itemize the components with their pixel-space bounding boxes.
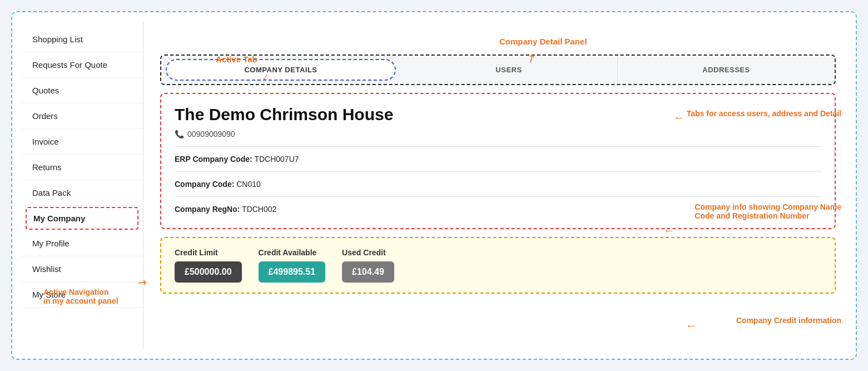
main-content: Active Tab ↓ Company Detail Panel ↙ Tabs…: [143, 21, 847, 350]
annotation-tabs-for-access: Tabs for access users, address and Detai…: [687, 109, 841, 118]
outer-container: Shopping List Requests For Quote Quotes …: [11, 11, 857, 360]
phone-icon: 📞: [175, 130, 184, 138]
arrow-company-info: ←: [663, 224, 674, 237]
sidebar-item-requests-for-quote[interactable]: Requests For Quote: [21, 52, 143, 78]
credit-limit-value: £500000.00: [175, 261, 242, 283]
used-credit-block: Used Credit £104.49: [342, 248, 394, 283]
credit-available-value: £499895.51: [259, 261, 326, 283]
sidebar-item-orders[interactable]: Orders: [21, 103, 143, 129]
credit-panel: Credit Limit £500000.00 Credit Available…: [160, 237, 836, 294]
company-phone: 📞 00909009090: [175, 130, 821, 138]
credit-limit-label: Credit Limit: [175, 248, 242, 257]
arrow-tabs-for-access: ←: [673, 111, 685, 124]
sidebar-item-data-pack[interactable]: Data Pack: [21, 180, 143, 206]
annotation-active-tab: Active Tab: [216, 55, 257, 64]
company-divider: [175, 146, 821, 147]
annotation-company-info: Company info showing Company Name Code a…: [695, 194, 841, 220]
used-credit-value: £104.49: [342, 261, 394, 283]
annotation-active-nav: Active Navigation in my account panel: [43, 288, 118, 305]
tab-company-details[interactable]: COMPANY DETAILS: [166, 59, 396, 81]
sidebar-item-shopping-list[interactable]: Shopping List: [21, 27, 143, 52]
sidebar-item-my-profile[interactable]: My Profile: [21, 231, 143, 256]
annotation-company-detail-panel: Company Detail Panel: [499, 37, 587, 46]
arrow-credit-info: ←: [686, 319, 697, 332]
tab-users[interactable]: USERS: [400, 56, 618, 84]
annotation-credit-info: Company Credit information: [736, 316, 841, 325]
sidebar-item-my-company[interactable]: My Company: [26, 207, 138, 230]
erp-company-code-field: ERP Company Code: TDCH007U7: [175, 151, 821, 167]
credit-limit-block: Credit Limit £500000.00: [175, 248, 242, 283]
used-credit-label: Used Credit: [342, 248, 394, 257]
company-code-field: Company Code: CN010: [175, 176, 821, 192]
tab-addresses[interactable]: ADDRESSES: [618, 56, 835, 84]
sidebar-item-returns[interactable]: Returns: [21, 155, 143, 180]
credit-available-label: Credit Available: [259, 248, 326, 257]
company-divider-2: [175, 171, 821, 172]
credit-available-block: Credit Available £499895.51: [259, 248, 326, 283]
sidebar-item-quotes[interactable]: Quotes: [21, 78, 143, 103]
sidebar-item-wishlist[interactable]: Wishlist: [21, 256, 143, 282]
sidebar-item-invoice[interactable]: Invoice: [21, 129, 143, 155]
